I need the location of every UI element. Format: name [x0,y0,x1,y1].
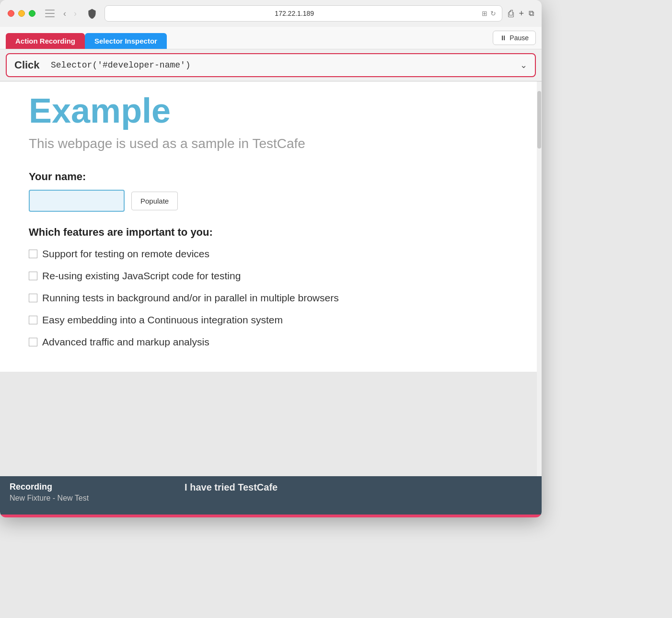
action-label: Click [14,59,43,71]
pause-button[interactable]: ⏸ Pause [493,31,536,45]
maximize-button[interactable] [29,10,35,17]
status-bar: Recording New Fixture - New Test I have … [0,476,542,515]
translate-icon: ⊞ [482,10,487,17]
name-input[interactable] [29,190,125,212]
browser-content: Example This webpage is used as a sample… [0,81,542,372]
minimize-button[interactable] [18,10,25,17]
back-button[interactable]: ‹ [60,8,69,20]
nav-buttons: ‹ › [60,8,80,20]
checkbox[interactable] [29,250,37,258]
checkbox-label: Advanced traffic and markup analysis [42,336,209,348]
features-label: Which features are important to you: [29,226,513,239]
status-info: Recording New Fixture - New Test [10,482,89,503]
dropdown-arrow[interactable]: ⌄ [520,60,527,70]
refresh-icon[interactable]: ↻ [490,10,496,17]
page-title: Example [29,91,513,130]
status-recording-label: Recording [10,482,89,492]
checkbox-label: Running tests in background and/or in pa… [42,292,339,304]
name-section: Your name: Populate [29,171,513,212]
close-button[interactable] [8,10,14,17]
name-label: Your name: [29,171,513,183]
selector-value: Selector('#developer-name') [51,60,512,70]
scrollbar[interactable] [537,81,542,476]
checkbox[interactable] [29,294,37,302]
checkbox-item: Easy embedding into a Continuous integra… [29,314,513,326]
tab-bar: Action Recording Selector Inspector ⏸ Pa… [6,31,536,49]
populate-button[interactable]: Populate [131,192,178,210]
recording-bar: Click Selector('#developer-name') ⌄ [6,53,536,77]
checkbox-label: Support for testing on remote devices [42,248,209,260]
address-bar[interactable]: 172.22.1.189 ⊞ ↻ [104,5,502,22]
checkbox-list: Support for testing on remote devicesRe-… [29,248,513,348]
checkbox[interactable] [29,316,37,324]
status-fixture-label: New Fixture - New Test [10,494,89,503]
page-subtitle: This webpage is used as a sample in Test… [29,136,513,151]
new-tab-icon[interactable]: + [519,9,524,19]
checkbox-item: Re-using existing JavaScript code for te… [29,270,513,282]
status-right: I have tried TestCafe [185,482,278,493]
tabs-icon[interactable]: ⧉ [529,9,534,18]
toolbar-panel: Action Recording Selector Inspector ⏸ Pa… [0,27,542,49]
tried-testcafe-label: I have tried TestCafe [185,482,278,493]
bottom-bar [0,515,542,517]
tab-selector-inspector[interactable]: Selector Inspector [85,33,167,49]
browser-content-area: Example This webpage is used as a sample… [0,81,542,476]
tab-action-recording[interactable]: Action Recording [6,33,85,49]
checkbox-item: Running tests in background and/or in pa… [29,292,513,304]
name-input-row: Populate [29,190,513,212]
share-icon[interactable]: ⎙ [508,8,514,19]
checkbox[interactable] [29,272,37,280]
traffic-lights [8,10,35,17]
forward-button[interactable]: › [71,8,80,20]
toolbar-right: ⎙ + ⧉ [508,8,534,19]
pause-icon: ⏸ [500,34,507,42]
checkbox-item: Advanced traffic and markup analysis [29,336,513,348]
features-section: Which features are important to you: Sup… [29,226,513,348]
address-icons: ⊞ ↻ [482,10,496,17]
checkbox[interactable] [29,338,37,346]
checkbox-label: Easy embedding into a Continuous integra… [42,314,283,326]
scrollbar-thumb[interactable] [537,91,541,149]
checkbox-label: Re-using existing JavaScript code for te… [42,270,241,282]
checkbox-item: Support for testing on remote devices [29,248,513,260]
sidebar-toggle[interactable] [45,10,55,17]
url-text: 172.22.1.189 [111,10,478,17]
shield-icon [85,7,99,20]
